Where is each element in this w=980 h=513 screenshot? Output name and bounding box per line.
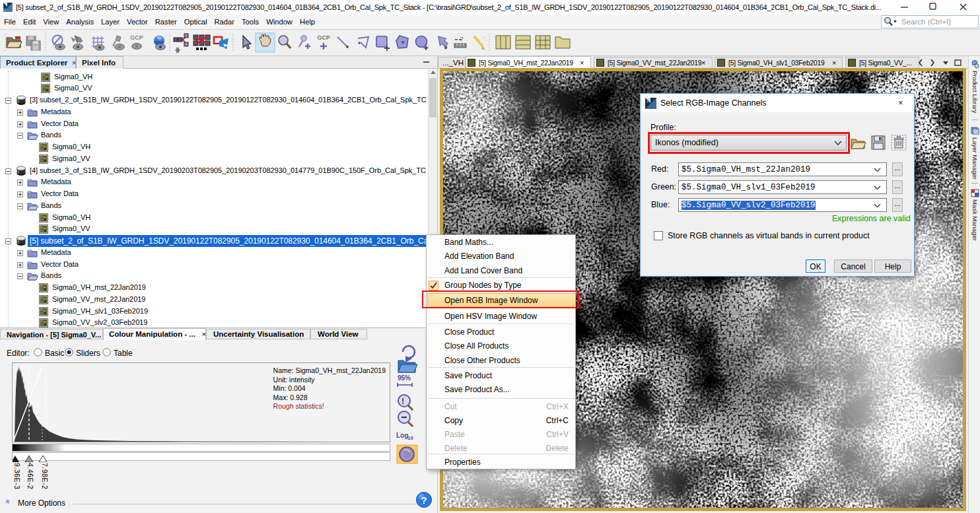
svg-text:95%: 95% <box>398 374 411 382</box>
svg-text:GCP: GCP <box>317 34 330 41</box>
svg-text:10: 10 <box>407 435 413 441</box>
svg-text:!: ! <box>402 397 404 406</box>
svg-text:Log: Log <box>396 432 408 439</box>
svg-text:GCP: GCP <box>130 34 143 41</box>
svg-text:?: ? <box>421 495 427 506</box>
